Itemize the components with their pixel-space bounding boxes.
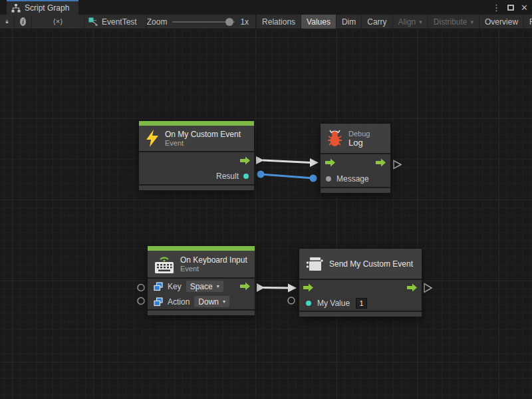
node-title: On Keyboard Input: [180, 255, 247, 265]
event-node-green-cap: [148, 246, 255, 251]
node-subtitle: Event: [165, 139, 241, 148]
send-myvalue-port-marker[interactable]: [288, 297, 295, 304]
node-body: Key Space ▾ Action: [148, 277, 255, 309]
node-header[interactable]: On My Custom Event Event: [139, 126, 254, 151]
key-port-label: Key: [168, 282, 182, 291]
control-output-port[interactable]: [375, 158, 386, 167]
node-header[interactable]: On Keyboard Input Event: [148, 251, 255, 277]
myvalue-value-port[interactable]: [306, 301, 311, 306]
graph-name: EventTest: [102, 17, 137, 27]
code-view-button[interactable]: ⟨×⟩: [32, 15, 84, 29]
key-dropdown[interactable]: Space ▾: [186, 281, 223, 292]
node-footer: [321, 187, 390, 193]
variable-icon: [154, 297, 163, 307]
keyboard-icon: [154, 253, 174, 275]
info-button[interactable]: i: [15, 15, 32, 29]
graph-toolbar: i ⟨×⟩ EventTest Zoom 1x: [0, 15, 532, 29]
graph-reference-button[interactable]: EventTest: [84, 15, 147, 29]
tab-label: Script Graph: [25, 3, 69, 13]
node-title: Log: [348, 138, 370, 148]
carry-toggle[interactable]: Carry: [362, 15, 392, 29]
message-value-port[interactable]: [326, 176, 331, 182]
lightning-bolt-icon: [146, 130, 159, 147]
send-continue-port-marker[interactable]: [424, 284, 432, 293]
message-port-label: Message: [336, 174, 369, 184]
overview-button[interactable]: Overview: [479, 15, 524, 29]
full-screen-button[interactable]: Full Screen: [524, 15, 532, 29]
bug-icon: [327, 129, 342, 148]
toolbar-left-group: i ⟨×⟩ EventTest Zoom 1x: [0, 15, 256, 29]
node-header[interactable]: Debug Log: [321, 124, 390, 153]
tab-bar: Script Graph ⋮ ✕: [0, 0, 532, 15]
wire-control-event-to-debug[interactable]: [256, 156, 319, 167]
control-output-port[interactable]: [406, 283, 418, 292]
zoom-slider-handle[interactable]: [225, 18, 233, 26]
script-graph-window: Script Graph ⋮ ✕ i ⟨×⟩: [0, 0, 532, 399]
node-header[interactable]: Send My Custom Event: [299, 249, 422, 279]
close-icon[interactable]: ✕: [521, 3, 528, 13]
chevron-down-icon: ▾: [419, 19, 422, 25]
node-footer: [139, 184, 254, 190]
control-input-port[interactable]: [325, 158, 336, 167]
node-on-my-custom-event[interactable]: On My Custom Event Event Result: [139, 121, 254, 190]
node-footer: [299, 311, 422, 317]
zoom-level: 1x: [240, 17, 249, 27]
chevron-down-icon: ▾: [217, 283, 219, 289]
node-debug-log[interactable]: Debug Log Message: [321, 124, 390, 193]
info-icon: i: [20, 17, 26, 26]
variable-icon: [154, 282, 163, 291]
action-dropdown[interactable]: Down ▾: [194, 296, 229, 307]
values-toggle[interactable]: Values: [301, 15, 336, 29]
tab-script-graph[interactable]: Script Graph: [7, 0, 78, 15]
distribute-dropdown[interactable]: Distribute▾: [428, 15, 479, 29]
node-body: Result: [139, 151, 254, 184]
graph-canvas[interactable]: On My Custom Event Event Result: [0, 29, 532, 399]
debug-continue-port-marker[interactable]: [394, 161, 401, 169]
event-node-green-cap: [139, 121, 254, 126]
control-output-port[interactable]: [239, 282, 251, 291]
node-subtitle: Event: [180, 265, 247, 273]
window-controls: ⋮ ✕: [492, 0, 532, 15]
maximize-icon[interactable]: [507, 5, 514, 11]
result-value-port[interactable]: [243, 174, 249, 179]
node-send-my-custom-event[interactable]: Send My Custom Event My Value 1: [299, 249, 422, 317]
node-body: Message: [321, 153, 390, 187]
zoom-label: Zoom: [147, 17, 168, 27]
myvalue-input-field[interactable]: 1: [356, 298, 367, 309]
control-output-port[interactable]: [239, 156, 251, 165]
node-title: On My Custom Event: [165, 130, 241, 139]
custom-event-machine-icon: [306, 255, 323, 273]
myvalue-port-label: My Value: [317, 299, 350, 308]
keyboard-action-port-marker[interactable]: [138, 298, 144, 305]
node-footer: [148, 309, 255, 315]
action-port-label: Action: [168, 297, 190, 307]
relations-toggle[interactable]: Relations: [256, 15, 301, 29]
lock-icon: [5, 17, 9, 26]
control-input-port[interactable]: [303, 283, 314, 292]
keyboard-key-port-marker[interactable]: [138, 285, 144, 291]
wires-layer: [0, 29, 532, 399]
graph-hierarchy-icon: [11, 4, 21, 13]
graph-node-icon: [88, 17, 98, 27]
zoom-slider[interactable]: [172, 21, 235, 23]
node-category: Debug: [348, 130, 370, 138]
result-port-label: Result: [216, 172, 239, 181]
node-title: Send My Custom Event: [329, 259, 413, 269]
kebab-menu-icon[interactable]: ⋮: [492, 3, 501, 13]
zoom-control: Zoom 1x: [147, 15, 256, 29]
chevron-down-icon: ▾: [223, 299, 225, 305]
chevron-down-icon: ▾: [471, 19, 474, 25]
align-dropdown[interactable]: Align▾: [393, 15, 428, 29]
node-body: My Value 1: [299, 279, 422, 311]
node-on-keyboard-input[interactable]: On Keyboard Input Event Key Space ▾: [148, 246, 255, 315]
wire-control-keyboard-to-send[interactable]: [257, 283, 297, 293]
code-icon: ⟨×⟩: [53, 17, 63, 26]
wire-value-result-to-message[interactable]: [257, 171, 317, 182]
lock-button[interactable]: [0, 15, 15, 29]
toolbar-right-group: Relations Values Dim Carry Align▾ Distri…: [256, 15, 532, 29]
dim-toggle[interactable]: Dim: [336, 15, 362, 29]
